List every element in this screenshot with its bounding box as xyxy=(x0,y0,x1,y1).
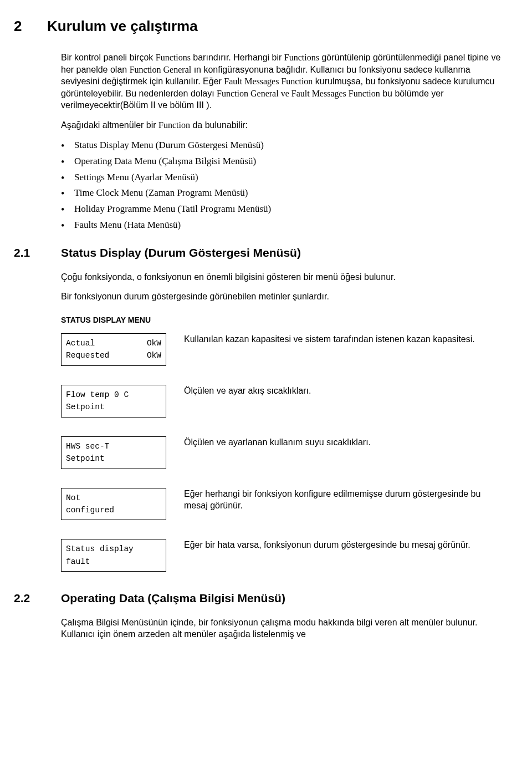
list-item: Faults Menu (Hata Menüsü) xyxy=(61,219,502,232)
section-body: Çalışma Bilgisi Menüsünün içinde, bir fo… xyxy=(61,617,502,640)
section-heading: 2.2 Operating Data (Çalışma Bilgisi Menü… xyxy=(14,590,502,606)
text-run: Function General xyxy=(217,89,279,98)
list-item: Status Display Menu (Durum Göstergesi Me… xyxy=(61,139,502,152)
display-left: HWS sec-T xyxy=(66,440,109,452)
display-box: Actual OkW Requested OkW xyxy=(61,333,166,366)
section-body: Çoğu fonksiyonda, o fonksiyonun en öneml… xyxy=(61,271,502,572)
display-box: Status display fault xyxy=(61,539,166,572)
status-item: Actual OkW Requested OkW Kullanılan kaza… xyxy=(61,333,502,366)
text-run: Fault Messages Function xyxy=(224,77,313,86)
text-run: barındırır. Herhangi bir xyxy=(191,53,284,62)
status-item: Flow temp 0 C Setpoint Ölçülen ve ayar a… xyxy=(61,385,502,418)
text-run: Functions xyxy=(156,53,191,62)
text-run: Function General xyxy=(130,65,192,74)
display-left: fault xyxy=(66,556,90,568)
display-line: configured xyxy=(66,504,161,516)
paragraph: Çoğu fonksiyonda, o fonksiyonun en öneml… xyxy=(61,271,502,283)
section-heading: 2.1 Status Display (Durum Göstergesi Men… xyxy=(14,245,502,261)
description: Kullanılan kazan kapasitesi ve sistem ta… xyxy=(184,333,502,345)
description: Eğer herhangi bir fonksiyon konfigure ed… xyxy=(184,488,502,512)
display-line: Requested OkW xyxy=(66,349,161,362)
display-line: fault xyxy=(66,556,161,568)
description: Ölçülen ve ayar akış sıcaklıkları. xyxy=(184,385,502,397)
status-item: HWS sec-T Setpoint Ölçülen ve ayarlanan … xyxy=(61,436,502,469)
heading-title: Operating Data (Çalışma Bilgisi Menüsü) xyxy=(61,590,285,606)
menu-label: STATUS DISPLAY MENU xyxy=(61,315,502,325)
display-left: Flow temp 0 C xyxy=(66,389,129,401)
status-item: Status display fault Eğer bir hata varsa… xyxy=(61,539,502,572)
display-line: HWS sec-T xyxy=(66,440,161,452)
paragraph: Bir kontrol paneli birçok Functions barı… xyxy=(61,52,502,111)
list-item: Operating Data Menu (Çalışma Bilgisi Men… xyxy=(61,155,502,168)
heading-title: Kurulum ve çalıştırma xyxy=(47,17,198,36)
list-item: Holiday Programme Menu (Tatil Programı M… xyxy=(61,203,502,216)
paragraph: Aşağıdaki altmenüler bir Function da bul… xyxy=(61,119,502,131)
display-line: Setpoint xyxy=(66,452,161,465)
heading-title: Status Display (Durum Göstergesi Menüsü) xyxy=(61,245,301,261)
paragraph: Çalışma Bilgisi Menüsünün içinde, bir fo… xyxy=(61,617,502,640)
bullet-list: Status Display Menu (Durum Göstergesi Me… xyxy=(61,139,502,232)
display-box: HWS sec-T Setpoint xyxy=(61,436,166,469)
list-item: Time Clock Menu (Zaman Programı Menüsü) xyxy=(61,187,502,200)
display-box: Not configured xyxy=(61,488,166,521)
text-run: Fault Messages Function xyxy=(291,89,380,98)
display-right: OkW xyxy=(147,337,161,349)
text-run: da bulunabilir: xyxy=(190,120,248,130)
text-run: ve xyxy=(279,89,291,98)
display-line: Setpoint xyxy=(66,401,161,413)
display-right: OkW xyxy=(147,349,161,362)
description: Ölçülen ve ayarlanan kullanım suyu sıcak… xyxy=(184,436,502,449)
text-run: Aşağıdaki altmenüler bir xyxy=(61,120,158,130)
heading-number: 2 xyxy=(14,17,47,36)
display-line: Flow temp 0 C xyxy=(66,389,161,401)
display-left: Actual xyxy=(66,337,95,349)
section-heading: 2 Kurulum ve çalıştırma xyxy=(14,17,502,36)
status-item: Not configured Eğer herhangi bir fonksiy… xyxy=(61,488,502,521)
display-left: Status display xyxy=(66,543,134,555)
display-line: Actual OkW xyxy=(66,337,161,349)
display-left: Requested xyxy=(66,349,109,362)
section-body: Bir kontrol paneli birçok Functions barı… xyxy=(61,52,502,232)
display-left: Not xyxy=(66,492,80,504)
display-line: Status display xyxy=(66,543,161,555)
display-left: Setpoint xyxy=(66,401,105,413)
display-line: Not xyxy=(66,492,161,504)
heading-number: 2.1 xyxy=(14,245,61,261)
heading-number: 2.2 xyxy=(14,590,61,606)
list-item: Settings Menu (Ayarlar Menüsü) xyxy=(61,171,502,184)
text-run: Function xyxy=(158,120,190,130)
display-left: Setpoint xyxy=(66,452,105,465)
description: Eğer bir hata varsa, fonksiyonun durum g… xyxy=(184,539,502,551)
paragraph: Bir fonksiyonun durum göstergesinde görü… xyxy=(61,291,502,303)
display-left: configured xyxy=(66,504,114,516)
display-box: Flow temp 0 C Setpoint xyxy=(61,385,166,418)
text-run: Functions xyxy=(284,53,319,62)
text-run: Bir kontrol paneli birçok xyxy=(61,53,156,62)
